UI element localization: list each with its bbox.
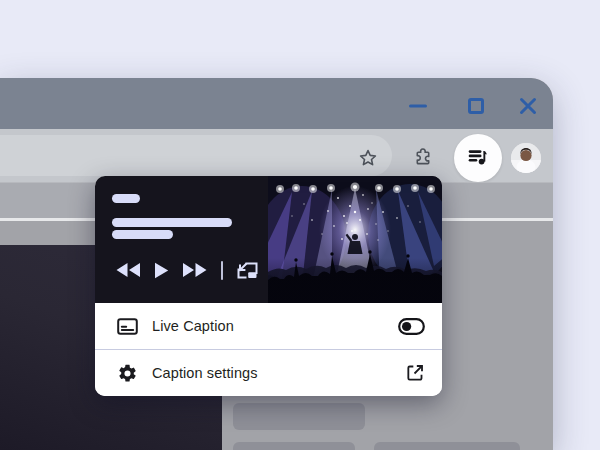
close-icon[interactable] bbox=[519, 97, 537, 115]
picture-in-picture-icon[interactable] bbox=[236, 261, 259, 280]
now-playing-meta bbox=[95, 176, 268, 303]
media-artwork bbox=[268, 176, 442, 303]
playlist-music-note-icon bbox=[466, 145, 490, 172]
profile-avatar[interactable] bbox=[511, 143, 541, 173]
settings-gear-icon bbox=[117, 363, 138, 384]
window-titlebar bbox=[0, 78, 553, 129]
play-icon[interactable] bbox=[154, 262, 169, 279]
next-track-icon[interactable] bbox=[182, 262, 208, 278]
title-skeleton-bar bbox=[112, 194, 140, 203]
live-caption-row[interactable]: Live Caption bbox=[95, 303, 442, 349]
open-in-new-icon[interactable] bbox=[405, 363, 425, 383]
caption-settings-row[interactable]: Caption settings bbox=[95, 350, 442, 396]
page-skeleton-card bbox=[374, 442, 520, 450]
page-skeleton-card bbox=[233, 403, 365, 430]
extensions-puzzle-icon[interactable] bbox=[414, 147, 434, 167]
previous-track-icon[interactable] bbox=[115, 262, 141, 278]
page-skeleton-card bbox=[233, 442, 355, 450]
title-skeleton-bar bbox=[112, 230, 173, 239]
media-controls-popup: Live Caption Caption settings bbox=[95, 176, 442, 396]
now-playing-card bbox=[95, 176, 442, 303]
live-caption-toggle[interactable] bbox=[398, 318, 425, 335]
playback-controls bbox=[115, 260, 259, 280]
browser-toolbar bbox=[0, 129, 553, 182]
bookmark-star-icon[interactable] bbox=[358, 148, 378, 168]
closed-caption-icon bbox=[117, 316, 138, 337]
desktop-background: Live Caption Caption settings bbox=[0, 0, 600, 450]
live-caption-label: Live Caption bbox=[152, 318, 234, 334]
controls-divider bbox=[221, 261, 223, 280]
media-controls-button[interactable] bbox=[454, 134, 502, 182]
maximize-icon[interactable] bbox=[467, 97, 485, 115]
address-bar[interactable] bbox=[0, 135, 392, 176]
title-skeleton-bar bbox=[112, 218, 232, 227]
caption-settings-label: Caption settings bbox=[152, 365, 258, 381]
minimize-icon[interactable] bbox=[409, 97, 427, 115]
